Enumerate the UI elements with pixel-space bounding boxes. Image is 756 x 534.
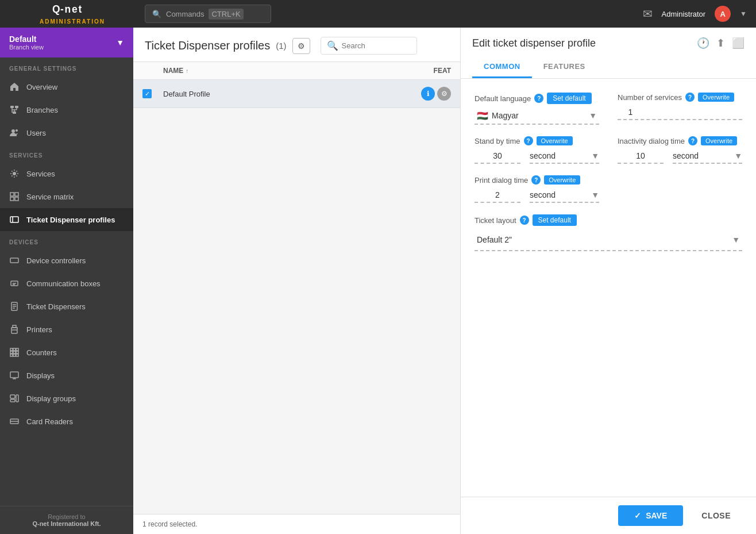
edit-header-actions: 🕐 ⬆ ⬜ [697,37,745,49]
main-layout: Default Branch view ▼ GENERAL SETTINGS O… [0,28,756,534]
row-checkbox[interactable]: ✓ [142,89,152,98]
edit-footer: ✓ SAVE CLOSE [461,497,756,534]
svg-point-10 [16,129,18,132]
svg-rect-40 [10,372,18,378]
inactivity-label: Inactivity dialog time ? Overwrite [618,136,742,145]
sidebar-item-printers[interactable]: Printers [0,318,133,341]
standby-unit-select[interactable]: second [530,149,591,163]
sidebar-item-display-groups[interactable]: Display groups [0,387,133,410]
language-help-icon[interactable]: ? [534,94,543,103]
sidebar-item-service-matrix[interactable]: Service matrix [0,185,133,208]
tabs: COMMON FEATURES [472,56,745,78]
save-button[interactable]: ✓ SAVE [618,505,683,526]
sidebar-label: Card Readers [26,417,73,426]
chevron-down-icon: ▼ [116,38,124,47]
inactivity-help-icon[interactable]: ? [688,136,697,145]
dispenser-icon [9,301,20,312]
print-dialog-time-row: 2 second ▼ [475,188,599,203]
standby-overwrite-button[interactable]: Overwrite [537,136,573,145]
sort-icon: ↑ [186,68,188,74]
branch-selector[interactable]: Default Branch view ▼ [0,28,133,57]
num-services-input[interactable] [618,105,652,119]
list-panel: Ticket Dispenser profiles (1) ⚙ 🔍 NAME ↑… [133,28,461,534]
info-icon-button[interactable]: ℹ [421,87,435,101]
sidebar-item-branches[interactable]: Branches [0,98,133,121]
ticket-layout-help-icon[interactable]: ? [520,216,529,225]
ticket-icon [9,214,20,225]
num-services-label: Number of services ? Overwrite [618,93,742,102]
comm-box-icon [9,278,20,289]
sidebar-label: Ticket Dispenser profiles [26,216,115,224]
expand-icon[interactable]: ⬜ [732,37,745,49]
standby-value: 30 [475,149,520,164]
command-search[interactable]: 🔍 Commands CTRL+K [145,5,271,23]
header-name: NAME ↑ [163,67,405,75]
field-col-standby: Stand by time ? Overwrite 30 second ▼ [475,136,599,164]
inactivity-unit-select[interactable]: second [673,149,734,163]
print-dialog-overwrite-button[interactable]: Overwrite [544,175,580,185]
table-header: NAME ↑ FEAT [133,62,460,80]
inactivity-unit-wrap: second ▼ [673,149,742,164]
share-icon[interactable]: ⬆ [716,37,725,49]
tab-features[interactable]: FEATURES [532,56,597,78]
chevron-down-icon[interactable]: ▼ [740,10,747,18]
services-icon [9,168,20,179]
sidebar-item-communication-boxes[interactable]: Communication boxes [0,272,133,295]
chevron-down-icon: ▼ [734,151,742,160]
ticket-layout-set-default-button[interactable]: Set default [533,214,577,226]
inactivity-overwrite-button[interactable]: Overwrite [701,136,737,145]
table-row[interactable]: ✓ Default Profile ℹ ⚙ [133,80,460,108]
sidebar-item-ticket-dispenser-profiles[interactable]: Ticket Dispenser profiles [0,208,133,231]
sidebar: Default Branch view ▼ GENERAL SETTINGS O… [0,28,133,534]
sidebar-item-services[interactable]: Services [0,162,133,185]
home-icon [9,82,20,92]
admin-name: Administrator [662,10,706,18]
standby-help-icon[interactable]: ? [524,136,533,145]
chevron-down-icon: ▼ [591,190,599,199]
language-select[interactable]: Magyar [492,110,589,121]
filter-button[interactable]: ⚙ [292,38,310,54]
sidebar-item-card-readers[interactable]: Card Readers [0,410,133,433]
sidebar-item-displays[interactable]: Displays [0,364,133,387]
svg-rect-33 [16,348,18,351]
tab-common[interactable]: COMMON [472,56,532,78]
list-footer: 1 record selected. [133,514,460,534]
sidebar-label: Communication boxes [26,279,101,288]
sidebar-item-overview[interactable]: Overview [0,75,133,98]
svg-rect-4 [13,112,16,114]
field-row-3: Print dialog time ? Overwrite 2 second ▼ [475,175,742,203]
standby-label: Stand by time ? Overwrite [475,136,599,145]
services-section: SERVICES [0,144,133,162]
field-row-2: Stand by time ? Overwrite 30 second ▼ [475,136,742,164]
field-col-language: Default language ? Set default 🇭🇺 Magyar… [475,93,599,125]
svg-rect-44 [10,399,15,402]
sidebar-label: Device controllers [26,256,86,265]
svg-rect-32 [13,348,16,351]
list-title: Ticket Dispenser profiles [145,39,270,52]
settings-icon-button[interactable]: ⚙ [437,87,451,101]
close-button[interactable]: CLOSE [690,505,742,526]
sidebar-item-users[interactable]: Users [0,121,133,144]
svg-text:-net: -net [60,3,83,15]
sidebar-item-device-controllers[interactable]: Device controllers [0,249,133,272]
print-dialog-help-icon[interactable]: ? [531,175,541,185]
sidebar-item-ticket-dispensers[interactable]: Ticket Dispensers [0,295,133,318]
num-services-help-icon[interactable]: ? [685,93,695,102]
sidebar-item-counters[interactable]: Counters [0,341,133,364]
language-set-default-button[interactable]: Set default [547,93,591,104]
history-icon[interactable]: 🕐 [697,37,709,49]
sidebar-label: Displays [26,371,55,380]
num-services-overwrite-button[interactable]: Overwrite [698,93,734,102]
sidebar-label: Users [26,129,46,137]
topbar: Q -net ADMINISTRATION 🔍 Commands CTRL+K … [0,0,756,28]
header-features: FEAT [405,67,451,75]
ticket-layout-select[interactable]: Default 2" [477,232,732,248]
logo-area: Q -net ADMINISTRATION [9,3,136,25]
selection-status: 1 record selected. [142,520,197,528]
print-dialog-unit-select[interactable]: second [530,188,591,202]
print-dialog-label: Print dialog time ? Overwrite [475,175,599,185]
avatar[interactable]: A [715,6,731,22]
chevron-down-icon: ▼ [732,235,740,244]
list-search-input[interactable] [342,41,411,50]
mail-icon[interactable]: ✉ [643,7,653,21]
